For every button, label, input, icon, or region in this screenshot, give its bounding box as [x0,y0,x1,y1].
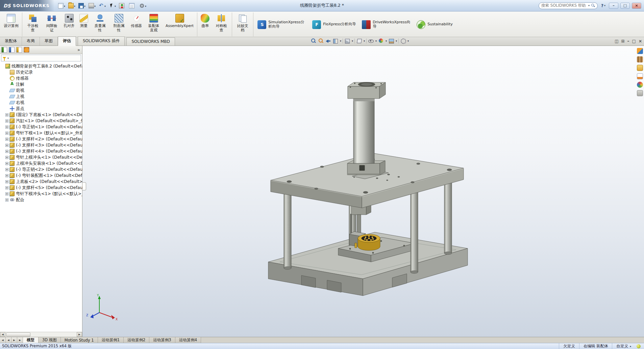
design-study-button[interactable]: 设计算例 [1,12,22,36]
view-settings-icon[interactable] [400,38,406,44]
close-button[interactable] [632,3,641,9]
previous-sheet-icon[interactable]: ◀ [6,337,11,343]
custom-properties-icon[interactable] [637,90,643,96]
edit-appearance-icon[interactable] [378,38,384,44]
new-button[interactable] [57,2,66,9]
zoom-to-area-icon[interactable] [318,38,324,44]
tab-evaluate[interactable]: 评估 [58,36,76,46]
expand-toggle[interactable] [5,113,8,116]
expand-toggle[interactable] [5,168,8,171]
tree-horizontal-scrollbar[interactable]: ◀ ▶ [0,332,82,337]
tree-item-component[interactable]: (-) 支撑杆<2> (Default<<Default [0,136,82,142]
coil-part[interactable] [358,234,380,250]
show-task-pane-icon[interactable] [621,38,625,44]
apply-scene-icon[interactable] [388,38,394,44]
tree-item-top-plane[interactable]: 上视 [0,93,82,100]
first-sheet-icon[interactable]: ◀ [0,337,6,343]
sheet-tab-model[interactable]: 模型 [23,337,39,343]
tree-item-component[interactable]: 弯针上模冲头<1> (Default<<Defa [0,154,82,160]
configuration-manager-tab-icon[interactable] [16,47,22,53]
view-palette-icon[interactable] [637,73,643,79]
model-canvas[interactable]: Y X Z [82,46,644,337]
tree-item-sensors[interactable]: 传感器 [0,75,82,81]
search-icon[interactable] [591,4,595,7]
expand-toggle[interactable] [5,132,8,135]
restore-document-icon[interactable] [632,38,636,44]
design-library-icon[interactable] [637,56,643,62]
symmetry-check-button[interactable]: 对称检查 [212,12,232,36]
section-view-icon[interactable] [332,38,339,44]
sheet-tab-motion-study-1[interactable]: Motion Study 1 [61,337,98,343]
interference-check-button[interactable]: 干涉检查 [23,12,42,36]
expand-toggle[interactable] [5,162,8,165]
tree-item-right-plane[interactable]: 右视 [0,100,82,106]
sheet-tab-motion-3[interactable]: 运动算例3 [149,337,175,343]
expand-toggle[interactable] [5,144,8,147]
assembly-visualization-button[interactable]: 装配体直观 [144,12,163,36]
property-manager-tab-icon[interactable] [9,47,15,53]
sensor-button[interactable]: 传感器 [128,12,144,36]
next-sheet-icon[interactable]: ▶ [11,337,17,343]
expand-toggle[interactable] [5,150,8,153]
hole-alignment-button[interactable]: 孔对齐 [61,12,77,36]
expand-toggle[interactable] [5,138,8,141]
sheet-tab-motion-4[interactable]: 运动算例4 [175,337,201,343]
curvature-button[interactable]: 曲率 [198,12,212,36]
tree-item-mates[interactable]: 配合 [0,197,82,203]
tree-filter-input[interactable] [10,56,79,60]
tree-item-component[interactable]: 弯针下模<1> (默认<<默认>_外观 [0,130,82,136]
tree-item-component[interactable]: 汽缸<1> (Default<<Default>_外观 [0,118,82,124]
tree-item-component[interactable]: (-) 导正销<2> (Default<<Default [0,166,82,172]
chevron-down-icon[interactable]: ▾ [588,4,590,7]
maximize-button[interactable] [620,3,630,9]
scrollbar-thumb[interactable] [6,332,30,337]
sheet-tab-3d-views[interactable]: 3D 视图 [39,337,61,343]
tab-sketch[interactable]: 草图 [40,37,58,46]
measure-button[interactable]: 测量 [77,12,91,36]
rebuild-button[interactable] [118,2,127,9]
tree-item-history[interactable]: 历史记录 [0,69,82,75]
chevron-down-icon[interactable]: ▾ [7,57,9,60]
tree-item-component[interactable]: (固定) 下底板<1> (Default<<Defa [0,112,82,118]
tree-item-component[interactable]: (-) 弯针装配图<1> (Default<Defa [0,172,82,179]
undo-button[interactable] [98,2,107,9]
sheet-tab-motion-1[interactable]: 运动算例1 [98,337,124,343]
tree-item-component[interactable]: 上模冲头安装块<1> (Default<<D [0,160,82,166]
expand-toggle[interactable] [5,186,8,189]
tab-assembly[interactable]: 装配体 [0,37,22,46]
zoom-to-fit-icon[interactable] [310,38,316,44]
status-help-icon[interactable] [637,344,641,348]
panel-expand-chevrons[interactable]: » [77,47,81,52]
tree-item-component[interactable]: 上底板<2> (Default<<Default>_ [0,179,82,185]
tree-item-annotations[interactable]: 注解 [0,81,82,87]
minimize-button[interactable] [609,3,618,9]
select-button[interactable] [108,2,117,9]
chevron-down-icon[interactable]: ▾ [386,39,387,43]
hide-show-items-icon[interactable] [368,38,374,44]
reference-triad[interactable]: Y X Z [86,294,118,321]
save-button[interactable] [77,2,86,9]
tree-item-component[interactable]: 弯针下模冲头<1> (默认<<默认>_ [0,191,82,197]
solidworks-resources-icon[interactable] [637,48,643,54]
file-properties-button[interactable] [128,2,137,9]
expand-toggle[interactable] [5,198,8,202]
tree-item-front-plane[interactable]: 前视 [0,87,82,93]
panel-flyout-handle[interactable] [82,182,86,190]
tab-layout[interactable]: 布局 [22,37,40,46]
last-sheet-icon[interactable]: ▶ [17,337,23,343]
compare-documents-button[interactable]: 比较文档 [233,12,253,36]
scroll-right-icon[interactable]: ▶ [77,332,82,337]
filter-icon[interactable] [3,57,6,59]
simulationxpress-button[interactable]: SimulationXpress分析向导 [254,12,309,36]
clearance-verify-button[interactable]: 间隙验证 [42,12,61,36]
tree-item-component[interactable]: (-) 支撑杆<5> (Default<<Default [0,185,82,191]
tree-item-component[interactable]: (-) 支撑杆<3> (Default<<Default [0,142,82,148]
minimize-document-icon[interactable] [627,38,629,44]
close-document-icon[interactable] [639,38,642,44]
feature-manager-tab-icon[interactable] [1,47,7,53]
show-display-pane-icon[interactable] [615,38,618,44]
mass-properties-button[interactable]: 质量属性 [91,12,109,36]
chevron-down-icon[interactable]: ▾ [396,39,397,43]
tree-item-component[interactable]: (-) 导正销<1> (Default<<Default [0,124,82,130]
appearances-scenes-icon[interactable] [637,82,643,88]
